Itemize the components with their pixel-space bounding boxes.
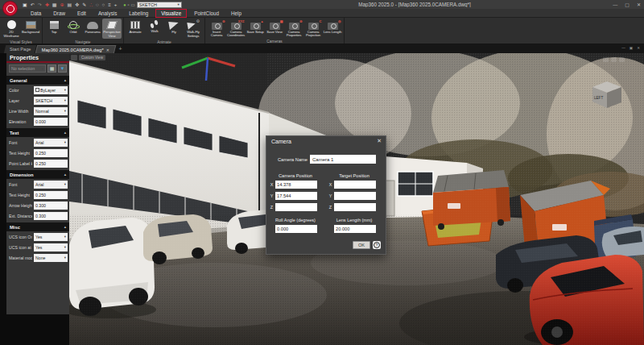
ribbon-button-animate[interactable]: Animate <box>126 19 145 39</box>
redo-icon[interactable]: ↷ <box>38 2 42 8</box>
ribbon-button-orbit[interactable]: Orbit <box>64 19 83 39</box>
maximize-icon[interactable]: ▢ <box>625 2 630 8</box>
prop-color-dropdown[interactable]: ByLayer▾ <box>34 86 68 94</box>
ribbon-button-fly[interactable]: Fly <box>164 19 184 39</box>
ribbon-button-camera-coordinates[interactable]: Camera Coordinates <box>226 19 246 38</box>
move-icon[interactable]: ✥ <box>75 2 79 8</box>
minimize-icon[interactable]: — <box>613 2 617 8</box>
doc-tab-start-page[interactable]: Start Page <box>4 45 37 53</box>
target-position-z-input[interactable] <box>334 203 376 211</box>
close-icon[interactable]: ✕ <box>637 2 641 8</box>
prop-line-width-dropdown[interactable]: Normal▾ <box>34 107 68 115</box>
menu-tab-data[interactable]: Data <box>26 10 46 17</box>
viewport-3d[interactable]: LEFT Custom View Camera ✕ Camera Name Ca… <box>69 53 644 345</box>
insert-camera-icon <box>212 23 222 30</box>
section-header-general[interactable]: General▴ <box>6 76 69 85</box>
viewport-view-button[interactable]: Custom View <box>79 55 105 60</box>
menu-tab-pointcloud[interactable]: PointCloud <box>189 10 224 17</box>
quick-select-icon[interactable]: ▦ <box>47 64 56 73</box>
camera-position-y-input[interactable]: 17.544 <box>275 192 317 200</box>
ribbon-button-perspective-view[interactable]: Perspective View <box>102 19 122 39</box>
prop-text-height-input[interactable]: 0.250 <box>34 191 68 199</box>
viewport-tool-icon[interactable] <box>611 57 617 62</box>
layer-select[interactable]: SKETCH ▾ <box>137 2 182 8</box>
layer-color-icon[interactable]: ● <box>123 2 126 8</box>
axis-label-y: Y <box>328 193 332 198</box>
image-icon[interactable]: ▤ <box>67 2 72 8</box>
title-bar: ▣↶↷✚▦⊕▤✥✎∴◌○≡+ ●▫▭ SKETCH ▾ Map360 2025.… <box>0 0 644 9</box>
scan-icon[interactable]: ◌ <box>96 2 99 8</box>
camera-name-input[interactable]: Camera 1 <box>310 155 376 164</box>
prop-ucs-icon-at-origin-dropdown[interactable]: Yes▾ <box>34 243 68 251</box>
menu-tab-analysis[interactable]: Analysis <box>93 10 122 17</box>
camera-position-z-input[interactable] <box>275 203 317 211</box>
chevron-down-icon: ▾ <box>64 182 66 186</box>
section-header-text[interactable]: Text▴ <box>6 128 69 137</box>
close-icon[interactable]: ✕ <box>377 138 382 144</box>
target-position-x-input[interactable] <box>334 181 376 189</box>
close-tab-icon[interactable]: ✕ <box>106 48 109 52</box>
ribbon-button-walk[interactable]: Walk <box>145 19 164 39</box>
sketch-icon[interactable]: ✎ <box>82 2 86 8</box>
ok-button[interactable]: OK <box>353 241 370 249</box>
menu-tab-help[interactable]: Help <box>226 10 246 17</box>
properties-panel-title: Properties <box>6 53 69 63</box>
doc-tab-map360-2025-0camera-dwg[interactable]: Map360 2025.0CAMERA.dwg*✕ <box>35 45 117 53</box>
ribbon-button-lens-length[interactable]: Lens Length <box>323 19 342 38</box>
viewport-tool-icon[interactable] <box>619 57 625 62</box>
ribbon-button-camera-projection[interactable]: Camera Projection <box>303 19 323 38</box>
menu-tab-visualize[interactable]: Visualize <box>155 9 187 18</box>
doc-minimize-icon[interactable]: — <box>621 46 625 50</box>
prop-layer-dropdown[interactable]: SKETCH▾ <box>34 97 68 105</box>
prop-material-mode-dropdown[interactable]: None▾ <box>34 254 68 262</box>
menu-tab-labeling[interactable]: Labeling <box>124 10 153 17</box>
camera-position-x-input[interactable]: 14.378 <box>275 181 317 189</box>
add-point-icon[interactable]: ✚ <box>45 2 49 8</box>
prop-ext-distance-input[interactable]: 0.300 <box>34 212 68 220</box>
perspective-view-icon <box>106 21 117 29</box>
prop-font-dropdown[interactable]: Arial▾ <box>34 139 68 147</box>
prop-font-dropdown[interactable]: Arial▾ <box>34 181 68 189</box>
layer-lock-icon[interactable]: ▫ <box>128 2 130 8</box>
prop-elevation-input[interactable]: 0.000 <box>34 118 68 126</box>
section-header-dimension[interactable]: Dimension▴ <box>6 170 69 179</box>
undo-icon[interactable]: ↶ <box>31 2 35 8</box>
ribbon-button-save-view[interactable]: Save View <box>265 19 284 38</box>
list-icon[interactable]: ≡ <box>108 2 111 8</box>
target-position-y-input[interactable] <box>334 192 376 200</box>
layer-grid-icon[interactable]: ▭ <box>131 2 135 8</box>
select-icon[interactable]: ▦ <box>52 2 57 8</box>
app-logo-icon[interactable] <box>2 1 18 16</box>
save-icon[interactable]: ▣ <box>23 2 27 8</box>
circle-icon[interactable]: ○ <box>102 2 105 8</box>
doc-close-icon[interactable]: ✕ <box>637 46 640 50</box>
lens-length-input[interactable]: 20.000 <box>334 225 376 233</box>
ribbon-button-top[interactable]: Top <box>44 19 64 39</box>
menu-tab-draw[interactable]: Draw <box>48 10 70 17</box>
filter-icon[interactable]: ▼ <box>58 64 67 73</box>
points-icon[interactable]: ∴ <box>89 2 93 8</box>
ribbon-button-walk-fly-settings[interactable]: Walk-Fly Settings <box>184 19 203 39</box>
save-view-icon <box>270 23 280 30</box>
ribbon-button-save-setup[interactable]: Save Setup <box>246 19 265 38</box>
viewport-tool-icon[interactable] <box>603 57 609 62</box>
section-header-misc[interactable]: Misc▴ <box>6 222 69 231</box>
selection-dropdown[interactable]: No selection ▾ <box>9 64 46 73</box>
menu-tab-edit[interactable]: Edit <box>72 10 91 17</box>
ribbon-button-insert-camera[interactable]: Insert Camera <box>207 19 226 38</box>
doc-restore-icon[interactable]: ▣ <box>630 46 633 50</box>
new-tab-button[interactable]: + <box>118 45 122 53</box>
prop-point-label-height-input[interactable]: 0.250 <box>34 160 68 168</box>
ribbon-button-panorama[interactable]: Panorama <box>83 19 102 39</box>
help-button[interactable]: ? <box>373 241 381 249</box>
prop-arrow-height-input[interactable]: 0.300 <box>34 202 68 210</box>
viewport-menu-button[interactable] <box>71 55 77 60</box>
ribbon-button-camera-properties[interactable]: Camera Properties <box>284 19 303 38</box>
prop-text-height-input[interactable]: 0.250 <box>34 149 68 157</box>
ribbon-button-2d-wireframe[interactable]: 2D Wireframe <box>2 19 21 39</box>
roll-angle-input[interactable]: 0.000 <box>275 225 317 233</box>
target-icon[interactable]: ⊕ <box>60 2 64 8</box>
prop-ucs-icon-on-dropdown[interactable]: Yes▾ <box>34 233 68 241</box>
plus-icon[interactable]: + <box>114 2 118 8</box>
ribbon-button-background[interactable]: Background <box>21 19 40 39</box>
